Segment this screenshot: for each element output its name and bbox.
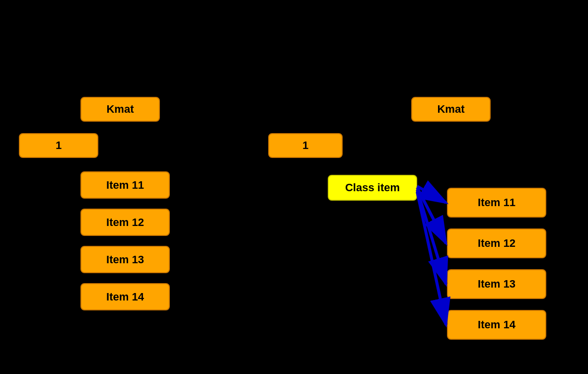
- right-kmat-node: Kmat: [411, 97, 491, 122]
- left-kmat-label: Kmat: [106, 103, 134, 116]
- left-item13-node: Item 13: [80, 246, 170, 273]
- right-one-label: 1: [302, 139, 308, 152]
- left-item12-node: Item 12: [80, 209, 170, 236]
- left-item14-node: Item 14: [80, 283, 170, 310]
- arrow-to-item13: [417, 190, 446, 284]
- left-one-label: 1: [56, 139, 62, 152]
- arrow-to-item12: [417, 188, 446, 243]
- diagram-container: Kmat 1 Item 11 Item 12 Item 13 Item 14 K…: [0, 0, 588, 374]
- left-item14-label: Item 14: [106, 291, 144, 303]
- left-kmat-node: Kmat: [80, 97, 160, 122]
- right-item13-node: Item 13: [447, 269, 546, 299]
- right-kmat-label: Kmat: [437, 103, 464, 116]
- left-item11-label: Item 11: [106, 179, 144, 192]
- right-classitem-label: Class item: [345, 181, 400, 194]
- right-item14-node: Item 14: [447, 310, 546, 340]
- right-item12-node: Item 12: [447, 228, 546, 258]
- left-one-node: 1: [19, 133, 98, 158]
- right-one-node: 1: [268, 133, 343, 158]
- right-item11-node: Item 11: [447, 188, 546, 218]
- right-item11-label: Item 11: [478, 196, 515, 209]
- right-item14-label: Item 14: [478, 318, 515, 331]
- right-item12-label: Item 12: [478, 237, 515, 250]
- right-item13-label: Item 13: [478, 278, 515, 291]
- arrow-to-item11: [417, 186, 446, 203]
- left-item11-node: Item 11: [80, 171, 170, 199]
- left-item12-label: Item 12: [106, 216, 144, 229]
- left-item13-label: Item 13: [106, 253, 144, 266]
- right-classitem-node: Class item: [328, 175, 417, 201]
- arrow-to-item14: [417, 192, 446, 325]
